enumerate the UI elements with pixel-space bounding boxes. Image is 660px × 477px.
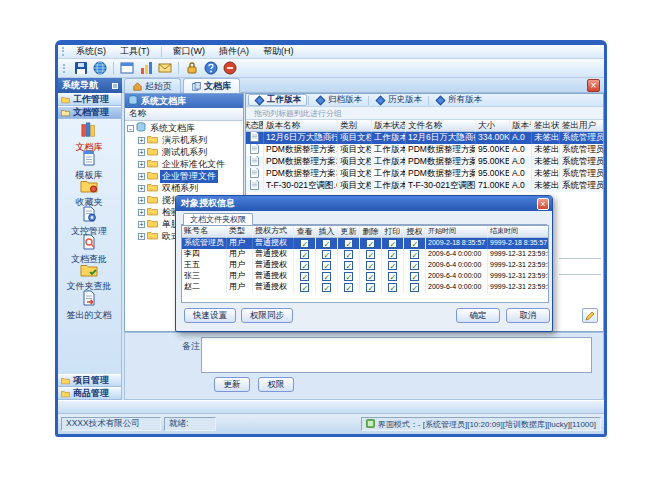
pin-icon[interactable] [112,83,118,89]
expand-icon[interactable] [138,221,145,228]
column-header[interactable]: 大小 [476,120,510,132]
column-header[interactable]: 签出状态 [532,120,560,132]
column-header[interactable]: 删除 [360,226,382,238]
insert-checkbox[interactable] [322,272,331,281]
grant-checkbox[interactable] [410,250,419,259]
column-header[interactable]: 类别 [338,120,372,132]
column-header[interactable]: 状态图 [246,120,264,132]
table-row[interactable]: PDM数据整理方案2.doc 项目文档 工作版本 PDM数据整理方案2.doc … [246,156,603,168]
column-header[interactable]: 开始时间 [426,226,488,238]
update-checkbox[interactable] [344,272,353,281]
sidebar-group-goods[interactable]: 商品管理 [58,387,121,400]
permission-row[interactable]: 系统管理员 用户 普通授权 2009-2-18 8:35:57 9999-2-1… [182,238,548,249]
sidebar-group-work[interactable]: 工作管理 [58,93,121,106]
insert-checkbox[interactable] [322,239,331,248]
permission-row[interactable]: 张三 用户 普通授权 2009-6-4 0:00:00 9999-12-31 2… [182,271,548,282]
tab-all-versions[interactable]: 所有版本 [430,94,487,106]
tab-doc-library[interactable]: 文档库 [183,78,240,93]
expand-icon[interactable] [138,233,145,240]
ok-button[interactable]: 确定 [456,308,500,323]
group-by-bar[interactable]: 拖动列标题到此进行分组 [246,107,603,120]
print-checkbox[interactable] [388,261,397,270]
table-row[interactable]: PDM数据整理方案.doc 项目文档 工作版本 PDM数据整理方案.doc 95… [246,144,603,156]
grant-checkbox[interactable] [410,272,419,281]
expand-icon[interactable] [138,173,145,180]
column-header[interactable]: 版本名称 [264,120,338,132]
edit-remark-button[interactable] [582,308,598,323]
column-header[interactable]: 版本号 [510,120,532,132]
table-row[interactable]: T-F-30-021空调图.CAD 项目文档 工作版本 T-F-30-021空调… [246,180,603,192]
sidebar-group-doc[interactable]: 文档管理 [58,106,121,119]
grant-checkbox[interactable] [410,239,419,248]
delete-checkbox[interactable] [366,261,375,270]
tab-working-versions[interactable]: 工作版本 [248,94,307,106]
dialog-title-bar[interactable]: 对象授权信息 [176,196,552,211]
tree-column-header[interactable]: 名称 [125,108,243,121]
sidebar-item-folder-review[interactable]: 文件夹查批 [58,263,120,291]
column-header[interactable]: 版本状态 [372,120,406,132]
expand-icon[interactable] [138,209,145,216]
dialog-close-button[interactable] [537,198,549,210]
delete-checkbox[interactable] [366,239,375,248]
cancel-button[interactable]: 取消 [506,308,550,323]
tree-node[interactable]: 演示机系列 [125,134,243,146]
column-header[interactable]: 更新 [338,226,360,238]
save-icon[interactable] [73,60,89,76]
update-checkbox[interactable] [344,283,353,292]
tab-history-versions[interactable]: 历史版本 [370,94,427,106]
help-icon[interactable] [203,60,219,76]
menu-window[interactable]: 窗口(W) [166,45,213,58]
column-header[interactable]: 打印 [382,226,404,238]
delete-checkbox[interactable] [366,250,375,259]
table-row[interactable]: PDM数据整理方案3.doc 项目文档 工作版本 PDM数据整理方案3.doc … [246,168,603,180]
globe-icon[interactable] [92,60,108,76]
expand-icon[interactable] [138,149,145,156]
insert-checkbox[interactable] [322,250,331,259]
update-checkbox[interactable] [344,261,353,270]
permission-sync-button[interactable]: 权限同步 [241,308,293,323]
column-header[interactable]: 授权 [404,226,426,238]
tab-archived-versions[interactable]: 归档版本 [310,94,367,106]
update-button[interactable]: 更新 [214,377,250,392]
permission-row[interactable]: 李四 用户 普通授权 2009-6-4 0:00:00 9999-12-31 2… [182,249,548,260]
insert-checkbox[interactable] [322,261,331,270]
tree-node[interactable]: 企业标准化文件 [125,158,243,170]
view-checkbox[interactable] [300,261,309,270]
menu-system[interactable]: 系统(S) [69,45,113,58]
mail-icon[interactable] [157,60,173,76]
sidebar-item-template-library[interactable]: 模板库 [58,151,120,179]
expand-icon[interactable] [138,185,145,192]
tree-node[interactable]: 测试机系列 [125,146,243,158]
sidebar-item-checked-out-docs[interactable]: 签出的文档 [58,291,120,319]
sidebar-item-doc-library[interactable]: 文档库 [58,123,120,151]
tree-root[interactable]: 系统文档库 [125,122,243,134]
column-header[interactable]: 授权方式 [253,226,294,238]
column-header[interactable]: 结束时间 [488,226,549,238]
exit-icon[interactable] [222,60,238,76]
insert-checkbox[interactable] [322,283,331,292]
view-checkbox[interactable] [300,239,309,248]
column-header[interactable]: 查看 [294,226,316,238]
menu-tools[interactable]: 工具(T) [113,45,157,58]
grant-checkbox[interactable] [410,283,419,292]
view-checkbox[interactable] [300,250,309,259]
column-header[interactable]: 签出用户 [560,120,603,132]
tree-node[interactable]: 双桶系列 [125,182,243,194]
print-checkbox[interactable] [388,239,397,248]
update-checkbox[interactable] [344,239,353,248]
print-checkbox[interactable] [388,272,397,281]
grant-checkbox[interactable] [410,261,419,270]
lock-icon[interactable] [184,60,200,76]
expand-icon[interactable] [138,161,145,168]
column-header[interactable]: 文件名称 [406,120,476,132]
tab-folder-permissions[interactable]: 文档文件夹权限 [183,213,253,225]
window-icon[interactable] [119,60,135,76]
sidebar-item-favorites[interactable]: 收藏夹 [58,179,120,207]
sidebar-item-doc-review[interactable]: 文档查批 [58,235,120,263]
expand-icon[interactable] [138,197,145,204]
menu-plugins[interactable]: 插件(A) [212,45,256,58]
sidebar-item-doc-control[interactable]: 文控管理 [58,207,120,235]
delete-checkbox[interactable] [366,272,375,281]
close-tab-button[interactable] [587,79,600,92]
delete-checkbox[interactable] [366,283,375,292]
